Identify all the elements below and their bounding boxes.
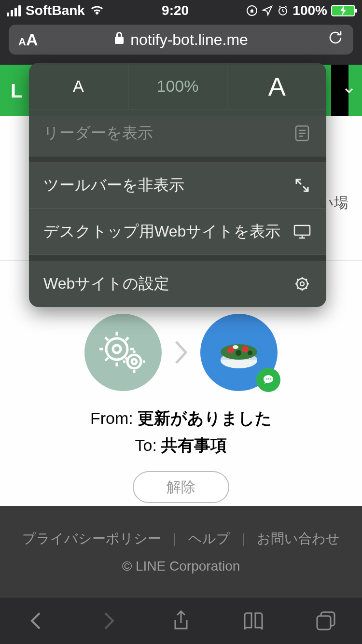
tabs-button[interactable] — [311, 606, 340, 635]
browser-url-bar: AA notify-bot.line.me — [0, 21, 362, 65]
copyright-label: © LINE Corporation — [122, 559, 240, 574]
chat-badge-icon — [256, 368, 280, 392]
svg-point-21 — [300, 282, 304, 286]
share-button[interactable] — [167, 606, 195, 635]
arrow-right-icon — [173, 339, 189, 366]
to-value: 共有事項 — [161, 436, 227, 454]
svg-point-15 — [270, 378, 271, 380]
help-link[interactable]: ヘルプ — [188, 530, 230, 548]
reader-icon — [292, 124, 312, 143]
alarm-icon — [277, 5, 289, 16]
browser-toolbar — [0, 598, 362, 644]
to-label: To: — [135, 436, 157, 454]
website-settings-item[interactable]: Webサイトの設定 — [29, 261, 326, 307]
svg-point-11 — [248, 350, 252, 355]
text-size-button[interactable]: AA — [18, 30, 38, 49]
line-logo-initial: L — [11, 80, 22, 102]
status-bar: SoftBank 9:20 100% — [0, 0, 362, 21]
battery-percent-label: 100% — [292, 3, 327, 18]
wifi-icon — [90, 5, 104, 16]
svg-point-12 — [233, 345, 238, 349]
show-reader-item: リーダーを表示 — [29, 110, 326, 156]
unlink-button[interactable]: 解除 — [133, 471, 229, 503]
domain-label: notify-bot.line.me — [130, 31, 248, 49]
reload-button[interactable] — [327, 29, 344, 50]
from-value: 更新がありました — [138, 409, 272, 427]
svg-point-5 — [132, 359, 137, 364]
chevron-down-icon[interactable] — [344, 85, 354, 96]
svg-point-14 — [268, 378, 269, 380]
svg-point-3 — [113, 345, 121, 353]
svg-point-9 — [242, 346, 249, 352]
address-field[interactable]: AA notify-bot.line.me — [9, 25, 353, 55]
svg-point-13 — [266, 378, 267, 380]
clock-label: 9:20 — [162, 3, 189, 18]
target-app-icon — [200, 314, 278, 391]
forward-button[interactable] — [94, 606, 123, 635]
privacy-link[interactable]: プライバシーポリシー — [22, 530, 161, 548]
svg-rect-17 — [317, 616, 331, 630]
svg-point-10 — [236, 350, 241, 356]
gear-icon — [292, 274, 312, 294]
page-footer: プライバシーポリシー | ヘルプ | お問い合わせ © LINE Corpora… — [0, 506, 362, 598]
orientation-lock-icon — [246, 5, 258, 16]
svg-rect-19 — [294, 225, 310, 235]
hide-toolbar-item[interactable]: ツールバーを非表示 — [29, 162, 326, 209]
service-gear-icon — [84, 314, 162, 391]
signal-strength-icon — [7, 5, 21, 16]
battery-icon — [331, 5, 355, 16]
expand-icon — [292, 176, 312, 195]
increase-text-button[interactable]: A — [227, 63, 326, 110]
text-size-popup: A 100% A リーダーを表示 ツールバーを非表示 デスクトップ用Webサイト… — [29, 63, 326, 307]
contact-link[interactable]: お問い合わせ — [257, 530, 340, 548]
decrease-text-button[interactable]: A — [29, 63, 128, 110]
zoom-percent-label: 100% — [128, 63, 228, 110]
back-button[interactable] — [22, 606, 51, 635]
request-desktop-item[interactable]: デスクトップ用Webサイトを表示 — [29, 209, 326, 255]
desktop-icon — [292, 222, 312, 241]
lock-icon — [114, 32, 125, 47]
bookmarks-button[interactable] — [239, 606, 268, 635]
from-label: From: — [90, 409, 133, 427]
svg-point-2 — [106, 338, 127, 360]
carrier-label: SoftBank — [26, 3, 85, 18]
location-icon — [262, 5, 273, 16]
svg-point-4 — [127, 355, 141, 368]
